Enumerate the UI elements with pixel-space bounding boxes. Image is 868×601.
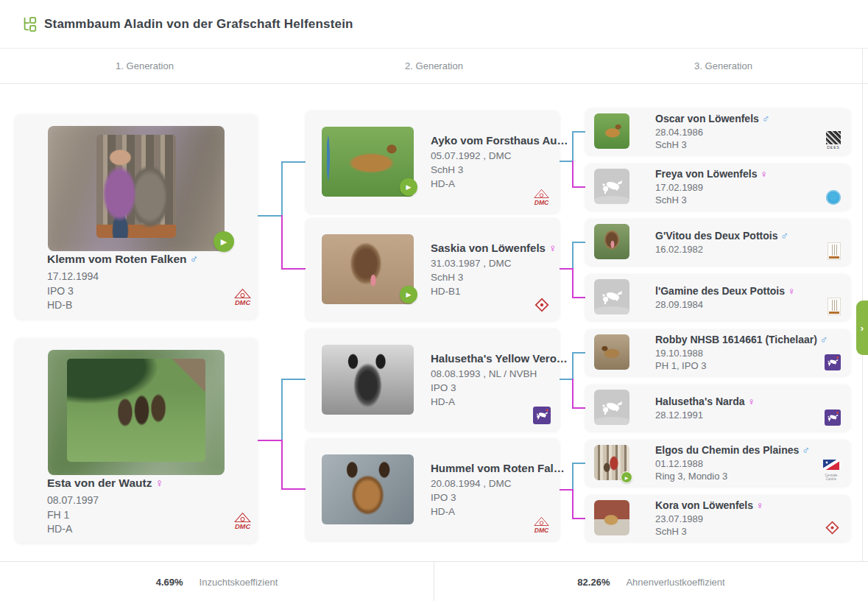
dog-birthdate: 16.02.1982 [655, 242, 788, 255]
dog-card-halusetha-yellow[interactable]: Halusetha's Yellow Vero… 08.08.1993 , NL… [306, 328, 560, 431]
stat-value: 4.69% [156, 577, 183, 588]
play-video-button[interactable] [621, 471, 632, 483]
dog-info: Halusetha's Narda ♀ 28.12.1991 [655, 395, 755, 421]
dmc-caption: DMC [235, 523, 251, 530]
dog-name: Kora von Löwenfels ♀ [655, 499, 763, 511]
dog-card-hummel[interactable]: Hummel vom Roten Fal… 20.08.1994 , DMC I… [306, 438, 560, 541]
connector-line [281, 268, 306, 270]
connector-line [572, 352, 574, 380]
pedigree-page: Stammbaum Aladin von der Grafschaft Helf… [0, 0, 868, 601]
connector-line [572, 352, 585, 354]
dog-card-klemm[interactable]: Klemm vom Roten Falken ♂ 17.12.1994 IPO … [15, 114, 258, 319]
dog-titles: FH 1 [47, 508, 163, 523]
dog-photo [322, 345, 414, 415]
dog-card-kora[interactable]: Kora von Löwenfels ♀ 23.07.1989 SchH 3 [585, 495, 850, 541]
dmc-club-logo-icon: DMC [532, 516, 551, 534]
dog-titles: IPO 3 [47, 284, 198, 299]
nvbh-club-logo-icon [825, 354, 841, 370]
play-video-button[interactable] [400, 178, 417, 196]
dog-name-text: Elgos du Chemin des Plaines [655, 444, 799, 456]
connector-line [572, 489, 574, 519]
stat-value: 82.26% [577, 577, 610, 588]
dog-info: Saskia von Löwenfels ♀ 31.03.1987 , DMC … [431, 241, 557, 298]
connector-line [572, 161, 574, 188]
dog-name: Elgos du Chemin des Plaines ♂ [655, 444, 810, 456]
dmc-club-logo-icon: DMC [233, 287, 253, 307]
dog-birthdate: 28.04.1986 [655, 126, 769, 138]
dog-card-lgamine[interactable]: l'Gamine des Deux Pottois ♀ 28.09.1984 [585, 274, 850, 320]
dog-name-text: Saskia von Löwenfels [431, 241, 546, 253]
dog-photo-placeholder [594, 169, 629, 204]
dog-info: Klemm vom Roten Falken ♂ 17.12.1994 IPO … [47, 253, 198, 313]
dog-card-elgos[interactable]: Elgos du Chemin des Plaines ♂ 01.12.1988… [585, 440, 850, 486]
dog-photo [322, 454, 414, 524]
stamp-image [826, 131, 841, 144]
centrale-caption: Centrale Canine [822, 474, 841, 481]
dog-name: Halusetha's Narda ♀ [655, 395, 755, 407]
play-video-button[interactable] [400, 286, 417, 303]
stat-label: Ahnenverlustkoeffizient [626, 577, 724, 588]
connector-line [281, 379, 306, 380]
chevron-right-icon: › [861, 323, 864, 334]
dog-info: Oscar von Löwenfels ♂ 28.04.1986 SchH 3 [655, 113, 769, 151]
connector-line [572, 518, 585, 519]
dog-card-halusetha-narda[interactable]: Halusetha's Narda ♀ 28.12.1991 [585, 384, 850, 431]
dog-name-text: l'Gamine des Deux Pottois [655, 284, 785, 296]
bw-stamp-logo-icon: DEES [826, 131, 841, 150]
connector-line [572, 242, 574, 270]
male-symbol: ♂ [820, 334, 828, 345]
dog-name: Hummel vom Roten Fal… [431, 461, 565, 474]
dog-birthdate: 17.12.1994 [47, 270, 198, 284]
page-header: Stammbaum Aladin von der Grafschaft Helf… [0, 0, 868, 49]
male-symbol: ♂ [762, 113, 770, 124]
dmc-club-logo-icon: DMC [532, 188, 551, 206]
dog-name: G'Vitou des Deux Pottois ♂ [655, 229, 788, 241]
blue-seal-logo-icon [826, 190, 841, 205]
dog-titles: SchH 3 [655, 194, 768, 206]
male-symbol: ♂ [780, 229, 788, 241]
male-symbol: ♂ [802, 444, 810, 456]
dog-card-oscar[interactable]: Oscar von Löwenfels ♂ 28.04.1986 SchH 3 … [585, 108, 850, 155]
dog-name: l'Gamine des Deux Pottois ♀ [655, 284, 795, 296]
dog-titles: SchH 3 [431, 162, 568, 176]
dog-card-robby[interactable]: Robby NHSB 1614661 (Tichelaar) ♂ 19.10.1… [585, 329, 850, 376]
connector-line [572, 407, 585, 409]
connector-line [572, 297, 585, 298]
dog-name-text: Hummel vom Roten Fal… [431, 461, 565, 474]
nvbh-club-logo-icon [533, 407, 551, 424]
dog-name-text: Esta von der Wautz [47, 477, 152, 489]
dog-name-text: Oscar von Löwenfels [655, 113, 759, 124]
dog-health: HD-A [47, 522, 163, 537]
dog-card-ayko[interactable]: Ayko vom Forsthaus Au… 05.07.1992 , DMC … [306, 110, 560, 213]
connector-line [281, 488, 306, 490]
connector-line [281, 161, 283, 217]
dog-card-freya[interactable]: Freya von Löwenfels ♀ 17.02.1989 SchH 3 [585, 164, 850, 210]
dog-birthdate: 28.09.1984 [655, 298, 795, 310]
generation-label-3: 3. Generation [579, 49, 868, 83]
pedigree-tree-icon [21, 16, 38, 32]
dog-name: Robby NHSB 1614661 (Tichelaar) ♂ [655, 334, 828, 345]
dog-titles: SchH 3 [431, 270, 557, 284]
dog-info: Freya von Löwenfels ♀ 17.02.1989 SchH 3 [655, 168, 768, 206]
dog-card-gvitou[interactable]: G'Vitou des Deux Pottois ♂ 16.02.1982 [585, 219, 850, 265]
expand-panel-tab[interactable]: › [856, 300, 868, 355]
connector-line [572, 379, 574, 409]
play-video-button[interactable] [214, 231, 234, 252]
dog-info: l'Gamine des Deux Pottois ♀ 28.09.1984 [655, 284, 795, 310]
dog-card-esta[interactable]: Esta von der Wautz ♀ 08.07.1997 FH 1 HD-… [15, 338, 258, 543]
centrale-canine-logo-icon: Centrale Canine [822, 460, 841, 481]
dmc-caption: DMC [235, 299, 251, 306]
connector-line [572, 463, 585, 464]
st-hubert-logo-icon [828, 242, 841, 260]
connector-line [560, 268, 572, 270]
dog-name: Halusetha's Yellow Vero… [431, 351, 568, 364]
stat-label: Inzuchtskoeffizient [200, 577, 278, 588]
dog-card-saskia[interactable]: Saskia von Löwenfels ♀ 31.03.1987 , DMC … [306, 218, 560, 320]
dog-photo [594, 500, 629, 535]
stamp-caption: DEES [826, 145, 841, 150]
ancestor-loss-coefficient: 82.26% Ahnenverlustkoeffizient [434, 562, 868, 601]
dog-info: Elgos du Chemin des Plaines ♂ 01.12.1988… [655, 444, 810, 482]
generation-label-1: 1. Generation [0, 49, 289, 83]
dog-name-text: Kora von Löwenfels [655, 499, 753, 511]
dog-photo [67, 359, 205, 462]
